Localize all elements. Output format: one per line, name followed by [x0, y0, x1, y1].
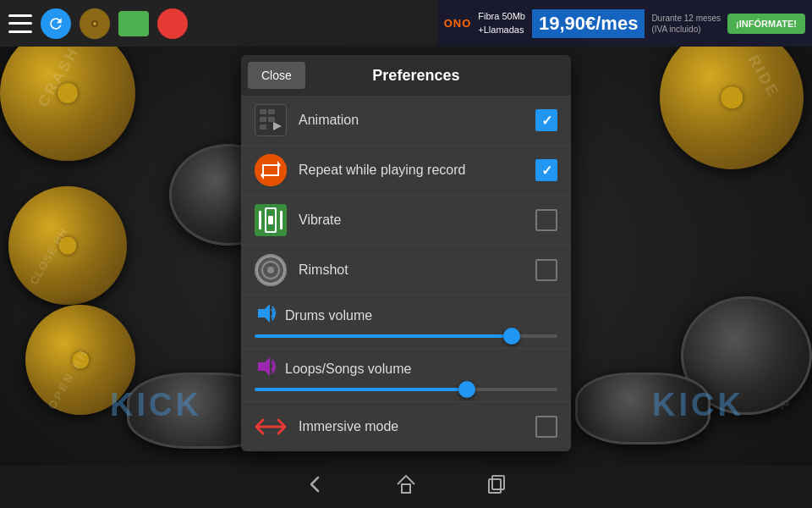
ad-detail1: Durante 12 meses: [651, 13, 721, 24]
hamburger-menu-icon[interactable]: [8, 14, 32, 33]
svg-rect-12: [280, 211, 283, 229]
top-bar: ONO Fibra 50Mb +Llamadas 19,90€/mes Dura…: [0, 0, 812, 47]
bottom-nav: [0, 466, 812, 508]
dialog-title: Preferences: [312, 67, 571, 85]
svg-marker-19: [258, 304, 270, 323]
drums-volume-icon: [255, 302, 277, 329]
dialog-body: Animation Repeat while playing record: [241, 96, 571, 451]
svg-rect-4: [260, 109, 266, 114]
svg-rect-15: [268, 216, 273, 224]
rimshot-checkbox[interactable]: [535, 259, 557, 281]
svg-rect-7: [268, 117, 275, 122]
vibrate-pref-item: Vibrate: [241, 196, 571, 246]
immersive-checkbox[interactable]: [535, 416, 557, 438]
refresh-icon[interactable]: [41, 8, 71, 39]
svg-point-2: [93, 22, 96, 25]
loops-volume-fill: [255, 388, 467, 391]
svg-rect-8: [260, 124, 266, 130]
svg-rect-5: [268, 109, 275, 114]
svg-rect-22: [402, 484, 410, 493]
drums-volume-slider[interactable]: [255, 334, 557, 338]
metronome-icon[interactable]: [80, 8, 110, 39]
svg-marker-20: [258, 357, 270, 376]
ad-line1: Fibra 50Mb: [478, 10, 525, 23]
ad-banner: ONO Fibra 50Mb +Llamadas 19,90€/mes Dura…: [437, 0, 812, 47]
ad-cta-button[interactable]: ¡INFÓRMATE!: [727, 14, 805, 34]
loops-volume-icon: [255, 356, 277, 383]
svg-rect-6: [260, 117, 266, 122]
animation-icon: [255, 104, 287, 136]
home-nav-icon[interactable]: [394, 472, 418, 501]
back-nav-icon[interactable]: [303, 472, 326, 501]
repeat-checkbox[interactable]: [535, 159, 557, 181]
repeat-label: Repeat while playing record: [299, 163, 535, 178]
green-rect-icon[interactable]: [118, 11, 149, 36]
loops-volume-thumb[interactable]: [458, 381, 475, 398]
svg-point-9: [255, 154, 287, 186]
ad-line2: +Llamadas: [478, 24, 525, 36]
repeat-icon: [255, 154, 287, 186]
loops-volume-section: Loops/Songs volume: [241, 349, 571, 402]
immersive-label: Immersive mode: [299, 419, 535, 434]
svg-rect-23: [489, 479, 501, 493]
rimshot-pref-item: Rimshot: [241, 246, 571, 295]
drums-volume-section: Drums volume: [241, 295, 571, 349]
svg-point-18: [267, 267, 274, 273]
vibrate-icon: [255, 204, 287, 236]
dialog-header: Close Preferences: [241, 55, 571, 96]
loops-volume-slider[interactable]: [255, 388, 557, 391]
recents-nav-icon[interactable]: [486, 472, 509, 501]
ad-price: 19,90€/mes: [532, 9, 645, 38]
record-icon[interactable]: [157, 8, 188, 39]
immersive-icon: [255, 411, 287, 443]
loops-volume-label: Loops/Songs volume: [285, 362, 557, 377]
drums-volume-fill: [255, 334, 512, 338]
animation-pref-item: Animation: [241, 96, 571, 146]
ad-brand: ONO: [444, 17, 472, 30]
rimshot-icon: [255, 254, 287, 286]
vibrate-checkbox[interactable]: [535, 209, 557, 231]
vibrate-label: Vibrate: [299, 213, 535, 228]
animation-checkbox[interactable]: [535, 109, 557, 131]
repeat-pref-item: Repeat while playing record: [241, 146, 571, 196]
dialog-overlay: Close Preferences Animat: [0, 47, 812, 466]
immersive-pref-item: Immersive mode: [241, 402, 571, 451]
preferences-dialog: Close Preferences Animat: [241, 55, 571, 451]
svg-rect-11: [259, 211, 261, 229]
ad-detail2: (IVA incluido): [651, 24, 721, 35]
drums-volume-label: Drums volume: [285, 308, 557, 323]
drums-volume-thumb[interactable]: [503, 328, 520, 345]
rimshot-label: Rimshot: [299, 262, 535, 278]
close-button[interactable]: Close: [248, 62, 305, 89]
animation-label: Animation: [299, 113, 535, 128]
svg-rect-24: [492, 476, 504, 489]
